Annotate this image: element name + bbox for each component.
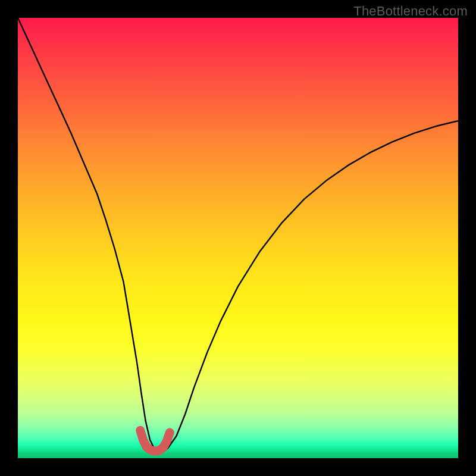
watermark-text: TheBottleneck.com: [353, 4, 468, 19]
optimal-zone-marker: [140, 430, 170, 451]
bottleneck-chart: [18, 18, 458, 458]
bottleneck-curve-line: [18, 18, 458, 452]
